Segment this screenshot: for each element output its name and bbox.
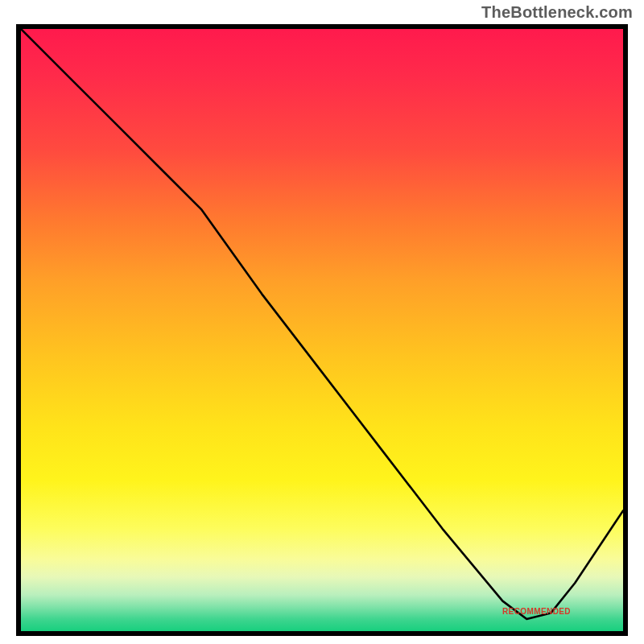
chart-line [21, 29, 623, 631]
chart-annotation: RECOMMENDED [502, 607, 571, 616]
watermark-text: TheBottleneck.com [481, 3, 633, 22]
chart-area: RECOMMENDED [16, 24, 628, 636]
